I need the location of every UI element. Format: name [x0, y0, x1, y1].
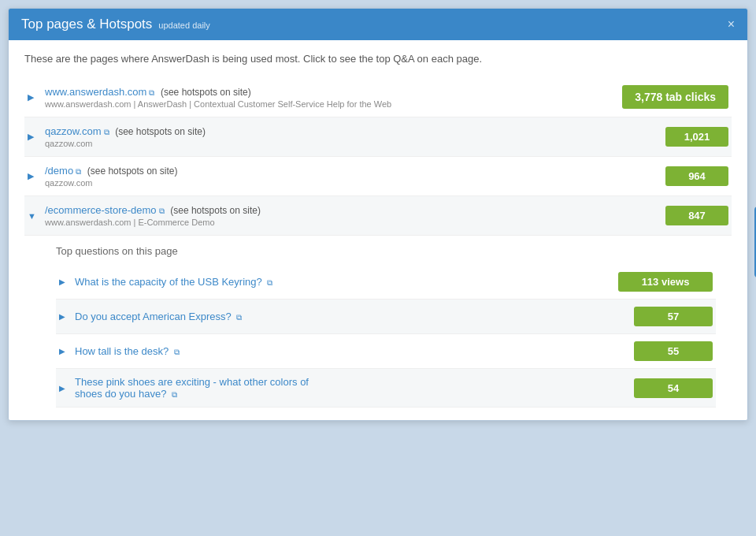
hotspot-link[interactable]: (see hotspots on site) — [115, 126, 206, 137]
page-link-demo[interactable]: /demo — [45, 165, 73, 177]
page-link-qazzow[interactable]: qazzow.com — [45, 125, 102, 137]
question-row: ▶ What is the capacity of the USB Keyrin… — [56, 265, 716, 300]
page-info-answerdash: www.answerdash.com⧉ (see hotspots on sit… — [40, 86, 622, 109]
ext-icon: ⧉ — [174, 348, 180, 356]
q-toggle-1[interactable]: ▶ — [59, 277, 70, 286]
hotspot-link[interactable]: (see hotspots on site) — [170, 205, 261, 216]
q-count-2: 57 — [634, 307, 713, 326]
q-link-4[interactable]: These pink shoes are exciting - what oth… — [70, 376, 634, 400]
ext-icon: ⧉ — [267, 278, 272, 287]
toggle-arrow-answerdash[interactable]: ▶ — [28, 92, 40, 102]
panel-wrapper: Top pages & Hotspots updated daily × The… — [8, 8, 748, 528]
toggle-arrow-demo[interactable]: ▶ — [28, 171, 40, 181]
ext-icon: ⧉ — [236, 313, 242, 322]
q-link-2[interactable]: Do you accept American Express? ⧉ — [70, 311, 634, 322]
page-info-qazzow: qazzow.com⧉ (see hotspots on site) qazzo… — [40, 125, 665, 148]
q-count-3: 55 — [634, 341, 713, 361]
page-info-ecommerce: /ecommerce-store-demo⧉ (see hotspots on … — [40, 204, 665, 227]
ext-icon: ⧉ — [149, 88, 154, 97]
main-panel: Top pages & Hotspots updated daily × The… — [8, 8, 748, 421]
ext-icon: ⧉ — [76, 167, 81, 176]
ext-icon: ⧉ — [159, 207, 165, 215]
intro-text: These are the pages where AnswerDash is … — [24, 53, 732, 65]
page-subtitle-ecommerce: www.answerdash.com | E-Commerce Demo — [45, 218, 665, 227]
q-link-1[interactable]: What is the capacity of the USB Keyring?… — [70, 276, 618, 288]
toggle-arrow-qazzow[interactable]: ▶ — [28, 132, 40, 142]
expanded-section-title: Top questions on this page — [56, 245, 716, 257]
page-subtitle-answerdash: www.answerdash.com | AnswerDash | Contex… — [45, 99, 622, 109]
page-info-demo: /demo⧉ (see hotspots on site) qazzow.com — [40, 165, 665, 188]
ext-icon: ⧉ — [172, 390, 177, 399]
panel-header: Top pages & Hotspots updated daily × — [9, 9, 747, 40]
ext-icon: ⧉ — [104, 128, 109, 136]
page-link-answerdash[interactable]: www.answerdash.com — [45, 86, 146, 98]
page-row: ▶ www.answerdash.com⧉ (see hotspots on s… — [24, 77, 732, 117]
question-row: ▶ How tall is the desk? ⧉ 55 — [56, 334, 716, 369]
expanded-section: Top questions on this page ▶ What is the… — [24, 236, 732, 408]
page-link-ecommerce[interactable]: /ecommerce-store-demo — [45, 204, 157, 216]
page-row: ▶ qazzow.com⧉ (see hotspots on site) qaz… — [24, 117, 732, 157]
question-row: ▶ These pink shoes are exciting - what o… — [56, 369, 716, 408]
toggle-arrow-ecommerce[interactable]: ▼ — [28, 211, 40, 221]
page-row: ▼ /ecommerce-store-demo⧉ (see hotspots o… — [24, 196, 732, 236]
q-link-3[interactable]: How tall is the desk? ⧉ — [70, 345, 634, 357]
hotspot-link[interactable]: (see hotspots on site) — [161, 87, 251, 98]
q-count-4: 54 — [634, 378, 713, 398]
question-row: ▶ Do you accept American Express? ⧉ 57 — [56, 300, 716, 334]
count-badge-answerdash: 3,778 tab clicks — [622, 85, 728, 109]
panel-title-text: Top pages & Hotspots — [21, 17, 152, 32]
panel-title-subtitle: updated daily — [158, 20, 209, 30]
q-count-1: 113 views — [618, 272, 713, 292]
count-badge-qazzow: 1,021 — [665, 127, 728, 147]
panel-body: These are the pages where AnswerDash is … — [9, 40, 747, 420]
q-toggle-2[interactable]: ▶ — [59, 312, 70, 321]
q-toggle-4[interactable]: ▶ — [59, 384, 70, 393]
count-badge-demo: 964 — [665, 166, 728, 186]
close-button[interactable]: × — [728, 18, 735, 31]
q-toggle-3[interactable]: ▶ — [59, 347, 70, 355]
page-subtitle-qazzow: qazzow.com — [45, 139, 665, 148]
hotspot-link[interactable]: (see hotspots on site) — [87, 166, 178, 177]
panel-title: Top pages & Hotspots updated daily — [21, 17, 210, 32]
page-subtitle-demo: qazzow.com — [45, 178, 665, 188]
count-badge-ecommerce: 847 — [665, 206, 728, 225]
page-row: ▶ /demo⧉ (see hotspots on site) qazzow.c… — [24, 157, 732, 196]
